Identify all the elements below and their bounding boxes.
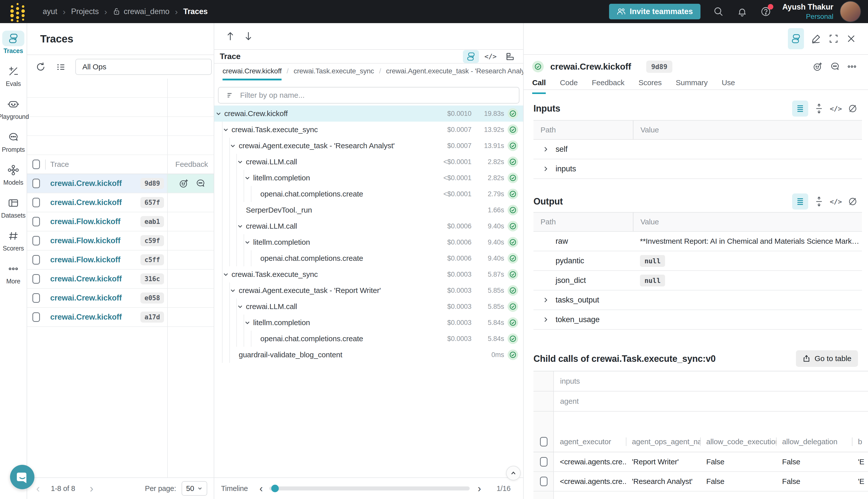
timeline-slider-handle[interactable]	[271, 485, 279, 492]
hide-icon[interactable]	[847, 103, 858, 114]
sidebar-item-models[interactable]: Models	[0, 162, 27, 195]
call-tab[interactable]: Call	[532, 78, 546, 94]
trace-table-row[interactable]: crewai.Crew.kickoff a17d	[27, 308, 214, 327]
invite-teammates-button[interactable]: Invite teammates	[609, 4, 700, 19]
select-all-checkbox[interactable]	[540, 437, 547, 447]
trace-tree-row[interactable]: openai.chat.completions.create $0.0003 5…	[214, 331, 523, 347]
breadcrumb-entity[interactable]: ayut	[43, 7, 57, 16]
output-row[interactable]: pydantic null	[533, 251, 862, 271]
trace-table-row[interactable]: crewai.Flow.kickoff c59f	[27, 231, 214, 251]
list-view-icon[interactable]	[792, 100, 808, 117]
call-breadcrumb-tab[interactable]: crewai.Agent.execute_task - 'Research An…	[386, 67, 523, 81]
chevron-right-icon[interactable]	[543, 146, 549, 153]
trace-tree-row[interactable]: crewai.Agent.execute_task - 'Research An…	[214, 138, 523, 154]
trace-tree-row[interactable]: crewai.Crew.kickoff $0.0010 19.83s	[214, 106, 523, 122]
hide-icon[interactable]	[847, 196, 858, 207]
trace-table-row[interactable]: crewai.Crew.kickoff 316c	[27, 270, 214, 289]
more-menu-icon[interactable]	[847, 62, 857, 72]
chevron-down-icon[interactable]	[223, 126, 229, 133]
call-tab[interactable]: Feedback	[592, 78, 624, 94]
select-all-checkbox[interactable]	[33, 160, 40, 169]
search-icon[interactable]	[713, 6, 724, 17]
code-view-icon[interactable]: </>	[830, 198, 842, 206]
row-checkbox[interactable]	[33, 255, 40, 265]
support-chat-button[interactable]	[10, 465, 34, 489]
row-checkbox[interactable]	[33, 293, 40, 303]
breadcrumb-project[interactable]: crewai_demo	[112, 7, 169, 16]
chevron-down-icon[interactable]	[230, 287, 236, 294]
output-row[interactable]: json_dict null	[533, 271, 862, 291]
prev-page-icon[interactable]: ‹	[36, 483, 40, 494]
call-tab[interactable]: Use	[722, 78, 735, 94]
next-call-icon[interactable]	[243, 31, 254, 42]
expand-icon[interactable]	[828, 33, 839, 44]
timeline-next-icon[interactable]: ›	[478, 483, 481, 494]
child-column-header[interactable]: b	[852, 437, 868, 446]
inputs-row[interactable]: inputs	[533, 159, 862, 179]
child-column-header[interactable]: agent_ops_agent_nan	[626, 437, 700, 446]
sidebar-item-evals[interactable]: Evals	[0, 63, 27, 97]
user-menu[interactable]: Ayush Thakur Personal	[782, 2, 833, 21]
expand-rows-icon[interactable]	[814, 103, 824, 114]
expand-rows-icon[interactable]	[814, 196, 824, 207]
chevron-down-icon[interactable]	[244, 175, 251, 181]
row-checkbox[interactable]	[33, 236, 40, 245]
sidebar-item-datasets[interactable]: Datasets	[0, 195, 27, 228]
chevron-down-icon[interactable]	[244, 239, 251, 245]
trace-tree-row[interactable]: crewai.LLM.call $0.0003 5.85s	[214, 299, 523, 315]
trace-link[interactable]: crewai.Crew.kickoff	[50, 313, 122, 321]
trace-table-row[interactable]: crewai.Crew.kickoff 9d89	[27, 174, 214, 193]
go-to-table-button[interactable]: Go to table	[796, 350, 858, 367]
trace-tree-row[interactable]: crewai.LLM.call $0.0006 9.40s	[214, 218, 523, 234]
trace-tree-row[interactable]: openai.chat.completions.create <$0.0001 …	[214, 186, 523, 202]
code-view-icon[interactable]: </>	[830, 105, 842, 112]
trace-table-row[interactable]: crewai.Crew.kickoff 657f	[27, 193, 214, 212]
chevron-down-icon[interactable]	[237, 223, 243, 229]
call-breadcrumb-tab[interactable]: crewai.Task.execute_sync	[294, 67, 374, 81]
add-reaction-icon[interactable]	[813, 62, 823, 72]
collapse-timeline-button[interactable]	[506, 466, 521, 480]
tree-view-icon[interactable]	[463, 50, 479, 63]
avatar[interactable]	[840, 1, 861, 22]
output-row[interactable]: raw **Investment Report: AI in Chemical …	[533, 232, 862, 251]
trace-tree-row[interactable]: openai.chat.completions.create $0.0006 9…	[214, 250, 523, 266]
row-checkbox[interactable]	[33, 312, 40, 322]
trace-link[interactable]: crewai.Flow.kickoff	[50, 236, 120, 245]
prev-call-icon[interactable]	[225, 31, 236, 42]
trace-table-row[interactable]: crewai.Flow.kickoff eab1	[27, 212, 214, 231]
chevron-down-icon[interactable]	[244, 319, 251, 326]
list-view-icon[interactable]	[792, 194, 808, 209]
child-call-row[interactable]: <crewai.agents.cre... 'Research Analyst'…	[533, 472, 868, 491]
row-checkbox[interactable]	[33, 217, 40, 227]
inputs-row[interactable]: self	[533, 140, 862, 159]
output-row[interactable]: token_usage	[533, 310, 862, 330]
edit-icon[interactable]	[810, 33, 821, 44]
trace-tree-row[interactable]: SerperDevTool._run 1.66s	[214, 202, 523, 218]
trace-link[interactable]: crewai.Flow.kickoff	[50, 255, 120, 264]
child-call-row[interactable]: <crewai.agents.cre... 'Report Writer' Fa…	[533, 452, 868, 472]
chevron-right-icon[interactable]	[543, 316, 549, 323]
trace-tree-row[interactable]: crewai.Task.execute_sync $0.0003 5.87s	[214, 266, 523, 282]
child-column-header[interactable]: allow_delegation	[776, 437, 852, 446]
call-tab[interactable]: Code	[560, 78, 578, 94]
trace-tree-row[interactable]: litellm.completion $0.0006 9.40s	[214, 234, 523, 250]
flame-graph-icon[interactable]	[502, 50, 518, 63]
trace-link[interactable]: crewai.Crew.kickoff	[50, 275, 122, 283]
child-column-header[interactable]: agent_executor	[554, 437, 626, 446]
trace-tree-row[interactable]: crewai.Agent.execute_task - 'Report Writ…	[214, 282, 523, 299]
timeline-prev-icon[interactable]: ‹	[259, 483, 263, 494]
trace-tree-row[interactable]: litellm.completion <$0.0001 2.82s	[214, 170, 523, 186]
trace-link[interactable]: crewai.Crew.kickoff	[50, 293, 122, 303]
chevron-down-icon[interactable]	[237, 159, 243, 165]
close-icon[interactable]	[846, 33, 857, 44]
call-breadcrumb-tab[interactable]: crewai.Crew.kickoff	[223, 67, 282, 81]
trace-table-row[interactable]: crewai.Crew.kickoff e058	[27, 289, 214, 308]
add-reaction-icon[interactable]	[179, 179, 189, 188]
trace-link[interactable]: crewai.Crew.kickoff	[50, 198, 122, 207]
comment-icon[interactable]	[195, 179, 206, 188]
row-checkbox[interactable]	[33, 274, 40, 284]
child-column-header[interactable]: allow_code_execution	[700, 437, 776, 446]
wandb-logo-icon[interactable]	[9, 1, 27, 22]
chevron-down-icon[interactable]	[237, 303, 243, 310]
trace-tree-row[interactable]: crewai.Task.execute_sync $0.0007 13.92s	[214, 122, 523, 138]
